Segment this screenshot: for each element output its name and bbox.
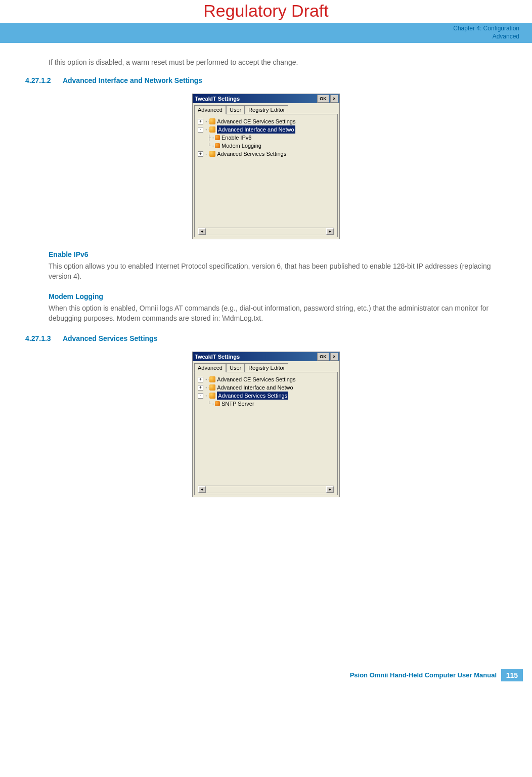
page-number: 115 [501,669,523,681]
item-icon [215,401,220,406]
ok-button[interactable]: OK [317,353,329,361]
tree-selected-label: Advanced Interface and Netwo [217,125,295,134]
tree-view[interactable]: +···Advanced CE Services Settings +···Ad… [196,375,336,408]
tabs: Advanced User Registry Editor [193,361,339,372]
tree-view[interactable]: +···Advanced CE Services Settings -···Ad… [196,117,336,158]
tab-registry[interactable]: Registry Editor [245,105,288,114]
scroll-left-icon[interactable]: ◄ [198,486,206,493]
folder-icon [209,384,215,391]
tree-node-interface[interactable]: +···Advanced Interface and Netwo [198,383,336,392]
scroll-left-icon[interactable]: ◄ [198,228,206,235]
expand-icon[interactable]: + [198,119,203,124]
section-number: 4.27.1.3 [25,334,61,342]
folder-icon [209,151,215,157]
ok-button[interactable]: OK [317,95,329,103]
header-bar: Chapter 4: Configuration Advanced [0,23,532,43]
section-number: 4.27.1.2 [25,76,61,84]
scroll-right-icon[interactable]: ► [326,486,334,493]
item-icon [215,135,220,140]
section-title: Advanced Services Settings [63,334,158,342]
window-titlebar: TweakIT Settings OK × [193,94,339,103]
expand-icon[interactable]: + [198,377,203,382]
paragraph-modem: When this option is enabled, Omnii logs … [49,304,507,323]
window-titlebar: TweakIT Settings OK × [193,352,339,361]
tab-user[interactable]: User [226,105,245,114]
footer: Psion Omnii Hand-Held Computer User Manu… [0,669,532,684]
screenshot-tweakit-2: TweakIT Settings OK × Advanced User Regi… [192,352,340,497]
horizontal-scrollbar[interactable]: ◄ ► [198,228,334,235]
sub-heading-ipv6: Enable IPv6 [49,250,507,258]
tree-node-ce[interactable]: +···Advanced CE Services Settings [198,117,336,125]
tab-panel: +···Advanced CE Services Settings -···Ad… [194,114,338,237]
expand-icon[interactable]: + [198,385,203,391]
folder-icon [209,376,215,382]
expand-icon[interactable]: + [198,151,203,157]
tree-selected-label: Advanced Services Settings [217,392,288,400]
collapse-icon[interactable]: - [198,127,203,133]
section-label: Advanced [453,33,519,41]
collapse-icon[interactable]: - [198,393,203,399]
tab-advanced[interactable]: Advanced [194,363,226,372]
tree-node-ipv6[interactable]: ├··Enable IPv6 [198,134,336,142]
tree-node-ce[interactable]: +···Advanced CE Services Settings [198,375,336,383]
horizontal-scrollbar[interactable]: ◄ ► [198,486,334,493]
window-title: TweakIT Settings [195,96,240,102]
folder-icon [209,126,215,133]
section-heading-2: 4.27.1.3 Advanced Services Settings [25,334,507,342]
sub-heading-modem: Modem Logging [49,292,507,300]
tree-node-services[interactable]: -···Advanced Services Settings [198,392,336,400]
tab-panel: +···Advanced CE Services Settings +···Ad… [194,372,338,495]
tab-registry[interactable]: Registry Editor [245,363,288,372]
section-title: Advanced Interface and Network Settings [63,76,202,84]
section-heading-1: 4.27.1.2 Advanced Interface and Network … [25,76,507,84]
tree-node-sntp[interactable]: └··SNTP Server [198,400,336,408]
tabs: Advanced User Registry Editor [193,103,339,114]
tab-advanced[interactable]: Advanced [194,105,226,114]
folder-icon [209,393,215,399]
close-button[interactable]: × [330,95,338,103]
tree-node-interface[interactable]: -···Advanced Interface and Netwo [198,125,336,134]
footer-text: Psion Omnii Hand-Held Computer User Manu… [350,671,497,679]
paragraph-ipv6: This option allows you to enabled Intern… [49,262,507,281]
screenshot-tweakit-1: TweakIT Settings OK × Advanced User Regi… [192,94,340,239]
header-right: Chapter 4: Configuration Advanced [453,25,519,40]
chapter-label: Chapter 4: Configuration [453,25,519,33]
item-icon [215,143,220,148]
intro-paragraph: If this option is disabled, a warm reset… [49,58,507,66]
main-content: If this option is disabled, a warm reset… [0,43,532,497]
folder-icon [209,118,215,124]
tree-node-modem[interactable]: └··Modem Logging [198,142,336,150]
close-button[interactable]: × [330,353,338,361]
tab-user[interactable]: User [226,363,245,372]
scroll-right-icon[interactable]: ► [326,228,334,235]
watermark: Regulatory Draft [0,0,532,23]
tree-node-services[interactable]: +···Advanced Services Settings [198,150,336,158]
window-title: TweakIT Settings [195,354,240,360]
